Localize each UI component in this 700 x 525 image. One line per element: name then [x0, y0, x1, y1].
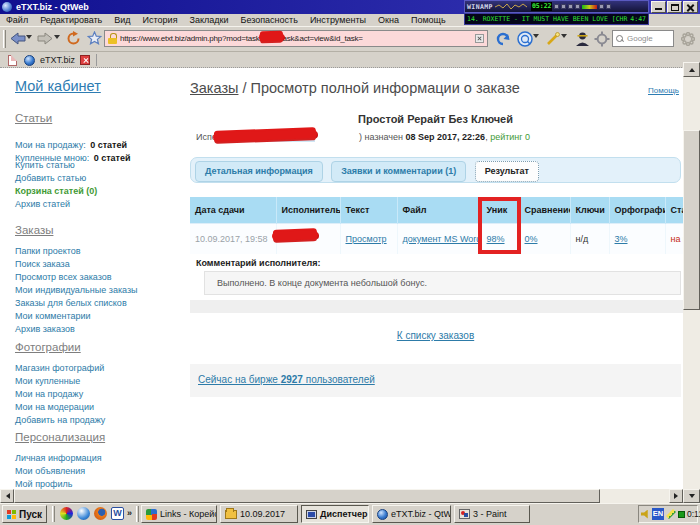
sidebar-link[interactable]: Купить статью [15, 160, 75, 170]
settings-button[interactable] [594, 31, 610, 51]
vertical-scroll-thumb[interactable] [683, 130, 700, 310]
menu-security[interactable]: Безопасность [234, 14, 303, 26]
menu-history[interactable]: История [137, 14, 184, 26]
winamp-close-button[interactable] [606, 4, 611, 9]
sidebar-link[interactable]: Архив заказов [15, 324, 75, 334]
reload-button[interactable] [66, 31, 81, 50]
language-indicator[interactable]: EN [652, 508, 664, 520]
bookmark-star-button[interactable] [87, 31, 102, 50]
tab-bids-comments[interactable]: Заявки и комментарии (1) [331, 161, 466, 182]
menu-windows[interactable]: Окна [372, 14, 405, 26]
menu-edit[interactable]: Редактировать [34, 14, 108, 26]
assigned-date: 08 Sep 2017, 22:26 [406, 132, 486, 142]
forward-dropdown-caret[interactable] [54, 35, 60, 42]
scroll-down-button[interactable] [683, 489, 700, 503]
menu-bookmarks[interactable]: Закладки [184, 14, 235, 26]
winamp-playlist-shade[interactable]: 14. ROXETTE - IT MUST HAVE BEEN LOVE [CH… [464, 13, 649, 25]
pencil-tray-icon[interactable] [666, 509, 676, 519]
sidebar-link[interactable]: Добавить на продажу [15, 415, 105, 425]
scroll-left-button[interactable] [0, 489, 14, 503]
winamp-miniplayer[interactable]: WINAMP 05:22 14. ROXETTE - IT MUST HAVE … [464, 0, 649, 26]
sidebar-cabinet-link[interactable]: Мой кабинет [15, 78, 101, 94]
back-dropdown-caret[interactable] [26, 35, 32, 42]
taskbar-button-folder[interactable]: 10.09.2017 [220, 505, 298, 523]
winamp-shade-button[interactable] [599, 4, 604, 9]
address-bar[interactable]: https://www.etxt.biz/admin.php?mod=tasks… [104, 30, 488, 47]
sidebar-link[interactable]: Мои на продажу [15, 389, 83, 399]
horizontal-scroll-thumb[interactable] [14, 489, 600, 503]
sidebar-link[interactable]: Магазин фотографий [15, 363, 104, 373]
wand-dropdown-caret[interactable] [561, 34, 567, 41]
breadcrumb-orders-link[interactable]: Заказы [190, 80, 238, 96]
sidebar-link[interactable]: Мои объявления [15, 466, 85, 476]
clear-url-icon[interactable] [475, 34, 484, 43]
sidebar-link[interactable]: Архив статей [15, 199, 70, 209]
sidebar-link[interactable]: Поиск заказа [15, 259, 70, 269]
back-button[interactable] [9, 32, 32, 45]
comparison-percent-link[interactable]: 0% [525, 234, 538, 244]
taskbar-button-qtweb[interactable]: eTXT.biz - QtWeb [372, 505, 451, 523]
spelling-percent-link[interactable]: 3% [615, 234, 628, 244]
tab-detail-info[interactable]: Детальная информация [195, 161, 323, 182]
sidebar-link[interactable]: Папки проектов [15, 246, 81, 256]
taskbar-button-paint[interactable]: 3 - Paint [454, 505, 530, 523]
tools-wand-button[interactable] [545, 31, 567, 47]
scroll-right-button[interactable] [669, 489, 683, 503]
menu-view[interactable]: Вид [108, 14, 136, 26]
winamp-titlebar[interactable]: WINAMP 05:22 [464, 0, 649, 13]
status-tray-icon[interactable] [678, 511, 685, 518]
sidebar-link[interactable]: Заказы для белых списков [15, 298, 127, 308]
quicklaunch-word-icon[interactable]: W [111, 507, 124, 520]
tab-etxt[interactable]: eTXT.biz [40, 55, 75, 65]
menu-tools[interactable]: Инструменты [304, 14, 372, 26]
speaker-icon[interactable] [641, 510, 650, 519]
taskbar-button-taskmanager[interactable]: Диспетчер з... [301, 505, 369, 523]
menu-help[interactable]: Помощь [405, 14, 452, 26]
online-users-link[interactable]: Сейчас на бирже 2927 пользователей [198, 374, 375, 385]
help-link[interactable]: Помощь [648, 86, 679, 95]
url-text[interactable]: https://www.etxt.biz/admin.php?mod=tasks… [120, 34, 363, 43]
refresh-button[interactable] [495, 31, 511, 51]
sidebar-link-cart[interactable]: Корзина статей (0) [15, 186, 97, 196]
sidebar-link[interactable]: Мой профиль [15, 479, 72, 489]
winamp-next-button[interactable] [575, 4, 580, 9]
start-button[interactable]: Пуск [2, 505, 47, 523]
toolbar-grip[interactable] [3, 30, 6, 48]
winamp-play-button[interactable] [561, 4, 566, 9]
taskbar-button-links[interactable]: Links - Корейск... [141, 505, 217, 523]
quicklaunch-media-icon[interactable] [60, 507, 73, 520]
new-page-icon[interactable] [8, 55, 17, 66]
view-text-link[interactable]: Просмотр [346, 234, 387, 244]
useragent-dropdown-caret[interactable] [533, 34, 539, 41]
sidebar-link[interactable]: Мои индивидуальные заказы [15, 285, 138, 295]
menu-file[interactable]: Файл [0, 14, 34, 26]
winamp-prev-button[interactable] [554, 4, 559, 9]
close-button[interactable] [683, 1, 698, 13]
sidebar-section-photos: Фотографии [15, 341, 81, 353]
back-to-orders-link[interactable]: К списку заказов [397, 330, 474, 341]
minimize-button[interactable] [651, 1, 666, 13]
useragent-button[interactable] [517, 31, 539, 47]
quicklaunch-messenger-icon[interactable] [77, 507, 90, 520]
scroll-up-button[interactable] [683, 62, 700, 77]
search-placeholder: Google [627, 34, 653, 43]
sidebar-link[interactable]: Мои на модерации [15, 402, 94, 412]
winamp-pause-button[interactable] [568, 4, 573, 9]
file-link[interactable]: документ MS Word [403, 234, 482, 244]
tab-close-icon[interactable] [80, 55, 90, 65]
restore-button[interactable] [667, 1, 682, 13]
privacy-button[interactable] [575, 31, 590, 51]
sidebar-link[interactable]: Личная информация [15, 453, 102, 463]
sidebar-link[interactable]: Просмотр всех заказов [15, 272, 112, 282]
sidebar-link[interactable]: Добавить статью [15, 173, 86, 183]
sidebar-link[interactable]: Мои купленные [15, 376, 80, 386]
col-spelling: Орфография [609, 197, 665, 224]
forward-button[interactable] [37, 32, 60, 45]
tab-result-active[interactable]: Результат [475, 161, 539, 182]
breadcrumb: Заказы / Просмотр полной информации о за… [190, 80, 520, 96]
quicklaunch-overflow-chevron[interactable]: » [127, 508, 132, 518]
sidebar-link[interactable]: Мои комментарии [15, 311, 91, 321]
winamp-volume-slider[interactable] [582, 5, 597, 9]
quicklaunch-firefox-icon[interactable] [94, 507, 107, 520]
google-search-box[interactable]: Google [612, 30, 674, 47]
